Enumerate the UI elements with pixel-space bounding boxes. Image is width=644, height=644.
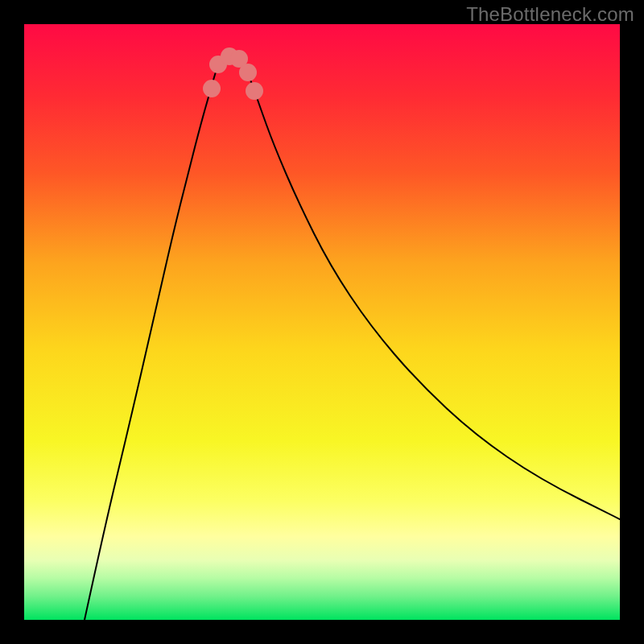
- chart-plot-area: [24, 24, 620, 620]
- curve-marker: [246, 82, 263, 100]
- watermark-text: TheBottleneck.com: [466, 3, 634, 26]
- curve-marker: [239, 64, 257, 81]
- chart-background: [24, 24, 620, 620]
- chart-svg: [24, 24, 620, 620]
- curve-marker: [203, 80, 221, 97]
